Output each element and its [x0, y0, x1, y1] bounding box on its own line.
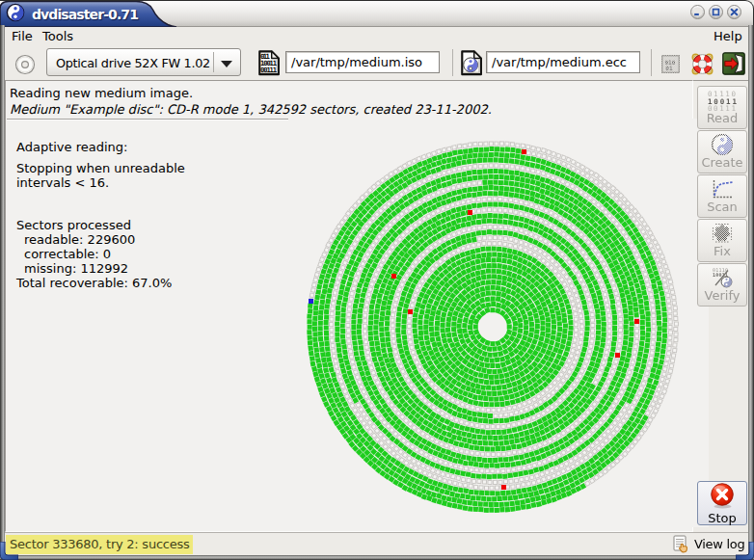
view-log-icon — [673, 535, 690, 554]
preferences-button[interactable]: 910 01 — [660, 54, 681, 77]
drive-cd-icon — [14, 54, 36, 78]
combo-separator — [213, 52, 214, 72]
stopping-line2: intervals < 16. — [16, 175, 185, 191]
toolbar-bottom-line — [693, 80, 748, 81]
status-bar: Sector 333680, try 2: success View log — [5, 532, 748, 555]
read-button-label: Read — [698, 112, 746, 125]
app-yinyang-icon — [6, 3, 25, 25]
application-window: dvdisaster-0.71 File Tools Help — [0, 0, 754, 560]
sectors-processed-label: Sectors processed — [16, 218, 185, 232]
iso-icon-row3: 00111 — [260, 66, 277, 74]
toolbar-separator — [452, 49, 453, 76]
help-lifebelt-button[interactable] — [690, 52, 714, 79]
verify-button-label: Verify — [698, 289, 746, 303]
fix-button-label: Fix — [698, 245, 746, 258]
scan-curve-icon — [698, 177, 746, 200]
read-binary-icon: 01110 10011 00111 — [698, 89, 746, 112]
stop-red-x-icon — [698, 482, 746, 512]
resize-grip-left[interactable] — [0, 542, 18, 560]
stop-button[interactable]: Stop — [697, 481, 747, 525]
verify-icon: 01110 10011 — [698, 266, 746, 289]
correctable-count: correctable: 0 — [16, 247, 185, 261]
readable-count: readable: 229600 — [16, 232, 185, 247]
ecc-file-input[interactable]: /var/tmp/medium.ecc — [486, 51, 640, 73]
missing-count: missing: 112992 — [16, 261, 185, 276]
reading-info-block: Adaptive reading: Stopping when unreadab… — [16, 140, 185, 290]
view-log-button[interactable]: View log — [673, 534, 745, 554]
status-message: Sector 333680, try 2: success — [6, 535, 193, 554]
fix-patch-icon — [698, 222, 746, 245]
verify-button[interactable]: 01110 10011 Verify — [697, 263, 747, 307]
iso-image-icon: 011 10011 00111 — [257, 50, 281, 79]
create-button-label: Create — [698, 156, 746, 170]
drive-select[interactable]: Optical drive 52X FW 1.02 — [46, 48, 241, 76]
stopping-line1: Stopping when unreadable — [16, 161, 185, 176]
total-recoverable: Total recoverable: 67.0% — [16, 276, 185, 290]
window-frame-left[interactable] — [0, 25, 5, 560]
main-panel: Reading new medium image. Medium "Exampl… — [5, 80, 693, 532]
minimize-button[interactable] — [690, 5, 705, 19]
prefs-icon-row2: 01 — [665, 65, 673, 71]
menu-help[interactable]: Help — [712, 28, 744, 45]
menu-bar: File Tools Help — [5, 27, 748, 45]
reading-mode-label: Adaptive reading: — [16, 140, 185, 155]
scan-button[interactable]: Scan — [697, 174, 747, 218]
toolbar-separator-2 — [651, 49, 652, 76]
close-button[interactable] — [727, 5, 741, 19]
sector-spiral-chart — [288, 119, 709, 527]
resize-grip-right[interactable] — [736, 542, 754, 560]
fix-button[interactable]: Fix — [697, 219, 747, 262]
action-sidebar: 01110 10011 00111 Read — [693, 86, 748, 532]
read-button[interactable]: 01110 10011 00111 Read — [697, 86, 747, 129]
create-yinyang-icon — [698, 133, 746, 156]
menu-tools[interactable]: Tools — [40, 28, 75, 45]
iso-file-input[interactable]: /var/tmp/medium.iso — [285, 51, 440, 73]
stop-button-label: Stop — [698, 512, 746, 524]
spacer — [16, 191, 185, 218]
scan-button-label: Scan — [698, 200, 746, 214]
window-frame-bottom[interactable] — [0, 555, 754, 560]
drive-select-value: Optical drive 52X FW 1.02 — [56, 56, 210, 70]
exit-button[interactable] — [722, 52, 745, 78]
ecc-file-icon — [460, 50, 483, 79]
window-title: dvdisaster-0.71 — [32, 7, 138, 22]
maximize-button[interactable] — [709, 5, 723, 19]
heading-subtitle: Medium "Example disc": CD-R mode 1, 3425… — [10, 102, 492, 117]
create-button[interactable]: Create — [697, 130, 747, 173]
combo-dropdown-arrow-icon — [221, 61, 232, 67]
window-frame-right[interactable] — [748, 25, 754, 560]
toolbar: Optical drive 52X FW 1.02 011 10011 0011… — [5, 45, 748, 84]
heading-title: Reading new medium image. — [10, 86, 492, 100]
menu-file[interactable]: File — [10, 28, 35, 45]
heading-block: Reading new medium image. Medium "Exampl… — [10, 86, 492, 117]
